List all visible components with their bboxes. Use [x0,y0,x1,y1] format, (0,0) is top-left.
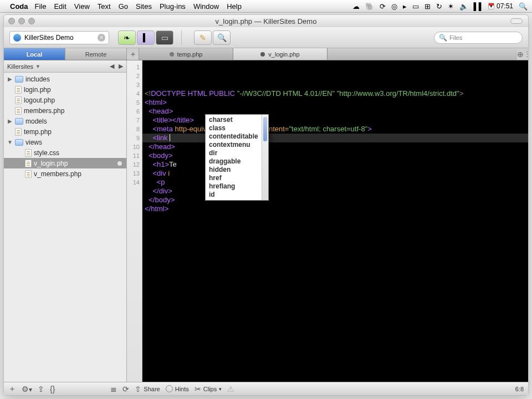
share-button[interactable]: ⇧Share [135,385,160,393]
autocomplete-scrollbar[interactable] [262,115,268,200]
menuextra-icon[interactable]: 🐘 [365,2,374,11]
menu-go[interactable]: Go [119,2,128,11]
code-line[interactable]: <!DOCTYPE HTML PUBLIC "-//W3C//DTD HTML … [142,89,528,98]
tab-row: Local Remote ＋ temp.php v_login.php ⊕ ⵗ [4,48,528,60]
menu-text[interactable]: Text [98,2,111,11]
site-selector[interactable]: KillerSites Demo × [9,31,109,44]
app-name[interactable]: Coda [10,2,28,11]
menu-help[interactable]: Help [227,2,242,11]
menuextra-icon[interactable]: ⟳ [380,2,386,11]
menuextra-icon[interactable]: ⊞ [424,2,431,11]
warnings-icon[interactable]: ⚠ [227,385,234,393]
menuextra-icon[interactable]: ▭ [412,2,419,11]
code-line[interactable]: <html> [142,98,528,107]
tab-remote[interactable]: Remote [65,48,127,60]
toolbar-button[interactable]: ▭ [156,30,173,45]
clips-button[interactable]: ✂Clips▾ [195,385,222,393]
code-editor[interactable]: 1234567891011121314 <!DOCTYPE HTML PUBLI… [127,60,528,382]
code-line[interactable]: </html> [142,204,528,213]
gear-icon[interactable]: ⚙▾ [22,385,32,393]
file-name: temp.php [24,128,126,136]
toolbar-toggle-button[interactable] [510,18,523,24]
autocomplete-item[interactable]: dir [209,149,258,157]
menuextra-icon[interactable]: ▸ [403,2,407,11]
menuextra-icon[interactable]: ↻ [436,2,442,11]
folder-row[interactable]: ▼views [4,137,126,147]
file-row[interactable]: style.css [4,147,126,158]
editor-tab[interactable]: v_login.php [233,48,328,60]
add-button[interactable]: ＋ [8,384,16,394]
nav-forward-button[interactable]: ▶ [119,63,123,70]
autocomplete-item[interactable]: id [209,191,258,199]
breadcrumb[interactable]: Killersites ▼ ◀ ▶ [4,60,126,73]
code-line[interactable]: <h1>Te [142,160,528,169]
menu-plugins[interactable]: Plug-ins [160,2,186,11]
edit-mode-button[interactable]: ✎ [194,30,212,45]
code-line[interactable]: <div i [142,169,528,178]
spotlight-icon[interactable]: 🔍 [519,2,528,11]
symbols-icon[interactable]: ≣ [110,385,117,393]
preview-mode-button[interactable]: 🔍 [213,30,231,45]
wifi-icon[interactable]: ✶ [448,2,454,11]
nav-back-button[interactable]: ◀ [110,63,114,70]
clear-icon[interactable]: × [98,34,105,42]
code-line[interactable]: </body> [142,196,528,204]
toolbar-button[interactable]: ❧ [118,30,136,45]
autocomplete-item[interactable]: contenteditable [209,132,258,141]
file-name: models [25,117,126,125]
code-line[interactable]: </head> [142,142,528,151]
file-row[interactable]: v_members.php [4,168,126,179]
autocomplete-item[interactable]: charset [209,116,258,124]
autocomplete-item[interactable]: hreflang [209,182,258,191]
tab-close-icon[interactable] [170,52,174,57]
menu-sites[interactable]: Sites [136,2,152,11]
menuextra-icon[interactable]: ☁ [352,2,360,11]
code-line[interactable]: <head> [142,107,528,116]
toolbar-button[interactable]: ▍ [137,30,155,45]
folder-row[interactable]: ▶includes [4,74,126,84]
menu-file[interactable]: File [35,2,47,11]
code-line[interactable]: <body> [142,151,528,160]
file-row[interactable]: temp.php [4,126,126,137]
tab-close-icon[interactable] [260,52,265,57]
code-line[interactable]: <link [142,134,528,142]
autocomplete-item[interactable]: hidden [209,166,258,174]
autocomplete-item[interactable]: contextmenu [209,141,258,149]
menu-edit[interactable]: Edit [54,2,66,11]
flag-icon[interactable]: ▌▌ [474,2,484,11]
autocomplete-item[interactable]: class [209,124,258,132]
disclosure-icon[interactable]: ▶ [7,76,13,82]
file-search-input[interactable]: 🔍 Files [434,32,523,44]
autocomplete-item[interactable]: draggable [209,157,258,166]
tab-overflow-button[interactable]: ⊕ ⵗ [517,48,528,60]
disclosure-icon[interactable]: ▶ [7,118,13,124]
menuextra-icon[interactable]: ◎ [391,2,397,11]
window-traffic-lights[interactable] [8,18,35,24]
code-line[interactable]: </div> [142,187,528,196]
hints-button[interactable]: Hints [166,385,189,392]
file-row[interactable]: login.php [4,84,126,95]
tab-local[interactable]: Local [4,48,65,60]
folder-row[interactable]: ▶models [4,116,126,126]
file-row[interactable]: v_login.php [4,158,126,168]
disclosure-icon[interactable]: ▼ [7,139,13,145]
menu-window[interactable]: Window [193,2,219,11]
code-line[interactable]: <meta http-equiv="Content-Type" content=… [142,125,528,134]
share-icon: ⇧ [135,385,141,393]
code-icon[interactable]: {} [50,385,55,393]
file-row[interactable]: logout.php [4,95,126,105]
editor-tab[interactable]: temp.php [139,48,233,60]
menu-clock[interactable]: ▾07:51 [488,2,513,10]
autocomplete-popup[interactable]: charsetclasscontenteditablecontextmenudi… [205,114,269,201]
file-icon [25,160,32,167]
code-line[interactable]: <p [142,178,528,187]
code-line[interactable]: <title></title> [142,116,528,125]
menu-view[interactable]: View [74,2,90,11]
sync-icon[interactable]: ⟳ [122,385,129,393]
sound-icon[interactable]: 🔈 [459,2,468,11]
file-row[interactable]: members.php [4,105,126,116]
autocomplete-item[interactable]: href [209,174,258,182]
publish-icon[interactable]: ⇪ [38,385,44,393]
code-area[interactable]: <!DOCTYPE HTML PUBLIC "-//W3C//DTD HTML … [142,60,528,382]
new-tab-button[interactable]: ＋ [127,48,139,60]
